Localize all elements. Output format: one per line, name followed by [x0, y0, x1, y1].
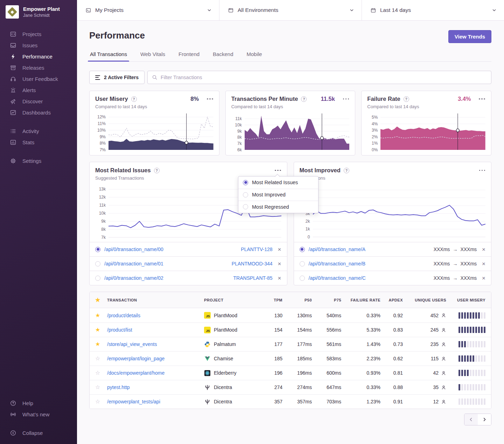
close-icon[interactable]: ×: [482, 275, 485, 281]
menu-item-most-related-issues[interactable]: Most Related Issues: [238, 176, 318, 189]
tab-web-vitals[interactable]: Web Vitals: [140, 51, 166, 61]
star-column-header-icon[interactable]: ★: [95, 297, 107, 303]
sidebar-item-settings[interactable]: Settings: [0, 155, 77, 166]
sidebar-item-releases[interactable]: Releases: [0, 62, 77, 73]
issue-link[interactable]: PLANTTV-128: [241, 247, 272, 252]
transaction-link[interactable]: /api/0/transaction_name/C: [309, 275, 366, 281]
ellipsis-menu-icon[interactable]: [274, 168, 281, 173]
radio-button[interactable]: [95, 261, 100, 266]
transaction-link[interactable]: pytest.http: [107, 384, 204, 390]
ellipsis-menu-icon[interactable]: [343, 97, 350, 102]
sidebar-item-user-feedback[interactable]: User Feedback: [0, 73, 77, 84]
issue-link[interactable]: PLANTMOOD-344: [232, 261, 273, 266]
radio-button[interactable]: [95, 247, 100, 252]
tab-frontend[interactable]: Frontend: [178, 51, 200, 61]
transaction-link[interactable]: /api/0/transaction_name/01: [104, 261, 163, 266]
sidebar-item-performance[interactable]: Performance: [0, 51, 77, 62]
tab-backend[interactable]: Backend: [212, 51, 234, 61]
close-icon[interactable]: ×: [482, 261, 485, 267]
python-icon: [204, 341, 211, 348]
question-circle-icon: [10, 400, 16, 407]
star-toggle[interactable]: ☆: [95, 399, 107, 404]
arrow-right-icon: →: [453, 247, 457, 252]
view-trends-button[interactable]: View Trends: [448, 30, 491, 43]
search-input[interactable]: [147, 71, 491, 84]
transaction-link[interactable]: /empowerplant_tests/api: [107, 399, 204, 404]
projects-selector[interactable]: My Projects: [77, 0, 219, 20]
star-toggle[interactable]: ☆: [95, 356, 107, 361]
close-icon[interactable]: ×: [278, 261, 281, 267]
transaction-link[interactable]: /api/0/transaction_name/A: [309, 247, 366, 252]
tpm-chart[interactable]: [245, 113, 350, 150]
tab-all-transactions[interactable]: All Transactions: [89, 51, 128, 61]
radio-button[interactable]: [300, 247, 305, 252]
star-toggle[interactable]: ★: [95, 341, 107, 347]
close-icon[interactable]: ×: [278, 247, 281, 252]
previous-page-button[interactable]: [464, 414, 478, 425]
failure-rate-chart[interactable]: [380, 113, 485, 150]
next-page-button[interactable]: [478, 414, 491, 425]
environments-selector[interactable]: All Environments: [219, 0, 362, 20]
org-switcher[interactable]: Empower Plant Jane Schmidt: [0, 5, 77, 19]
radio-button[interactable]: [95, 276, 100, 281]
sidebar-item-projects[interactable]: Projects: [0, 28, 77, 40]
ellipsis-menu-icon[interactable]: [479, 168, 486, 173]
help-icon[interactable]: ?: [131, 96, 137, 102]
active-filters-button[interactable]: 2 Active Filters: [89, 71, 145, 84]
card-subtitle: Compared to last 14 days: [367, 104, 485, 109]
sidebar-item-stats[interactable]: Stats: [0, 137, 77, 148]
sidebar-item-help[interactable]: Help: [0, 397, 77, 409]
column-header[interactable]: TPM: [263, 298, 282, 302]
sidebar-item-dashboards[interactable]: Dashboards: [0, 107, 77, 118]
close-icon[interactable]: ×: [482, 247, 485, 252]
star-toggle[interactable]: ★: [95, 327, 107, 333]
column-header[interactable]: UNIQUE USERS: [403, 298, 446, 302]
sidebar-item-activity[interactable]: Activity: [0, 125, 77, 137]
help-icon[interactable]: ?: [344, 168, 349, 173]
transaction-link[interactable]: /api/0/transaction_name/02: [104, 275, 163, 281]
sidebar-item-issues[interactable]: Issues: [0, 40, 77, 51]
column-header[interactable]: USER MISERY: [450, 298, 485, 302]
column-header[interactable]: P50: [282, 298, 312, 302]
star-toggle[interactable]: ☆: [95, 370, 107, 376]
user-misery-chart[interactable]: [108, 113, 214, 150]
transaction-link[interactable]: /docs/empowerplant/home: [107, 370, 204, 376]
star-toggle[interactable]: ★: [95, 313, 107, 318]
user-icon: [441, 399, 446, 404]
transaction-link[interactable]: /api/0/transaction_name/B: [309, 261, 366, 266]
radio-button: [243, 204, 248, 209]
sidebar-item-collapse[interactable]: Collapse: [0, 427, 77, 438]
help-icon[interactable]: ?: [404, 96, 409, 102]
column-header[interactable]: P75: [312, 298, 341, 302]
menu-item-most-regressed[interactable]: Most Regressed: [238, 201, 318, 213]
issue-link[interactable]: TRANSPLANT-85: [233, 275, 273, 281]
transaction-link[interactable]: /product/details: [107, 313, 204, 318]
ellipsis-menu-icon[interactable]: [478, 97, 485, 102]
user-misery-bars: [450, 312, 485, 319]
radio-button[interactable]: [300, 276, 305, 281]
help-icon[interactable]: ?: [301, 96, 307, 102]
star-toggle[interactable]: ☆: [95, 384, 107, 390]
radio-button[interactable]: [300, 261, 305, 266]
sidebar-item-alerts[interactable]: Alerts: [0, 84, 77, 96]
daterange-selector[interactable]: Last 14 days: [362, 0, 504, 20]
column-header[interactable]: APDEX: [380, 298, 403, 302]
column-header[interactable]: TRANSACTION: [107, 298, 204, 302]
close-icon[interactable]: ×: [278, 275, 281, 281]
tab-mobile[interactable]: Mobile: [246, 51, 262, 61]
project-name: Chamise: [214, 356, 233, 361]
transaction-link[interactable]: /empowerplant/login_page: [107, 356, 204, 361]
sidebar-item-whats-new[interactable]: What’s new: [0, 409, 77, 420]
most-improved-chart[interactable]: [313, 185, 486, 238]
project-name: Palmatum: [214, 341, 236, 347]
column-header[interactable]: PROJECT: [204, 298, 263, 302]
transaction-link[interactable]: /store/api_view_events: [107, 341, 204, 347]
transaction-link[interactable]: /api/0/transaction_name/00: [104, 247, 163, 252]
transaction-link[interactable]: /product/list: [107, 327, 204, 333]
menu-item-most-improved[interactable]: Most Improved: [238, 189, 318, 201]
sidebar-item-discover[interactable]: Discover: [0, 96, 77, 107]
empower-plant-logo-icon: [7, 7, 17, 17]
column-header[interactable]: FAILURE RATE: [341, 298, 380, 302]
help-icon[interactable]: ?: [154, 168, 160, 173]
ellipsis-menu-icon[interactable]: [206, 97, 214, 102]
